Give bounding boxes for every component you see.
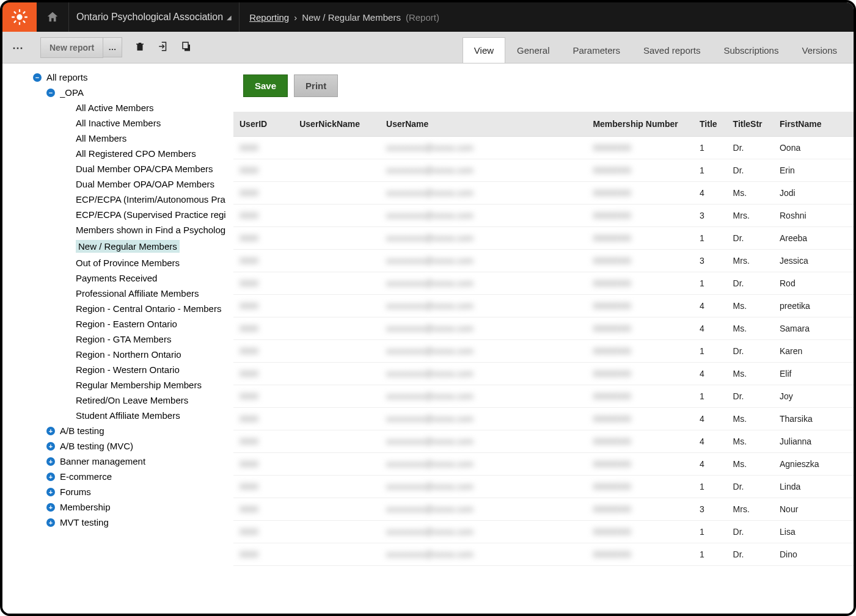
tree-item[interactable]: Dual Member OPA/OAP Members — [27, 176, 233, 192]
tree-item[interactable]: All Members — [27, 131, 233, 146]
tab-general[interactable]: General — [505, 37, 561, 63]
copy-icon[interactable] — [181, 41, 192, 54]
table-cell — [293, 159, 380, 182]
table-cell: 00000000 — [587, 272, 693, 295]
tree-folder[interactable]: +A/B testing (MVC) — [27, 438, 233, 454]
tree-folder-opa[interactable]: − _OPA — [27, 85, 233, 100]
table-row[interactable]: 0000xxxxxxxxx@xxxxx.com000000001Dr.Joy — [233, 385, 854, 408]
tree-item[interactable]: Members shown in Find a Psycholog — [27, 222, 233, 237]
table-row[interactable]: 0000xxxxxxxxx@xxxxx.com000000004Ms.preet… — [233, 295, 854, 317]
new-report-button[interactable]: New report — [40, 37, 103, 58]
tree-folder[interactable]: +Forums — [27, 484, 233, 499]
tree-item[interactable]: Professional Affiliate Members — [27, 286, 233, 301]
table-row[interactable]: 0000xxxxxxxxx@xxxxx.com000000001Dr.Erin — [233, 159, 854, 182]
table-row[interactable]: 0000xxxxxxxxx@xxxxx.com000000001Dr.Karen — [233, 340, 854, 363]
tree-item[interactable]: Retired/On Leave Members — [27, 393, 233, 408]
table-cell: 0000 — [233, 498, 293, 521]
table-cell: 00000000 — [587, 182, 693, 205]
collapse-icon[interactable]: − — [33, 73, 42, 82]
table-row[interactable]: 0000xxxxxxxxx@xxxxx.com000000004Ms.Julia… — [233, 430, 854, 453]
expand-icon[interactable]: + — [46, 518, 55, 527]
tree-root[interactable]: − All reports — [27, 70, 233, 85]
column-header[interactable]: TitleStr — [727, 112, 774, 137]
table-cell: xxxxxxxxx@xxxxx.com — [380, 340, 587, 363]
home-icon[interactable] — [37, 2, 68, 32]
tab-parameters[interactable]: Parameters — [561, 37, 632, 63]
site-switcher[interactable]: Ontario Psychological Association ◢ — [68, 2, 239, 32]
tree-item[interactable]: Regular Membership Members — [27, 377, 233, 393]
table-row[interactable]: 0000xxxxxxxxx@xxxxx.com000000001Dr.Lisa — [233, 521, 854, 543]
table-cell: Erin — [774, 159, 854, 182]
table-row[interactable]: 0000xxxxxxxxx@xxxxx.com000000001Dr.Areeb… — [233, 227, 854, 250]
tree-folder[interactable]: +Membership — [27, 499, 233, 515]
expand-icon[interactable]: + — [46, 473, 55, 481]
table-row[interactable]: 0000xxxxxxxxx@xxxxx.com000000004Ms.Elif — [233, 363, 854, 385]
tree-folder-label: A/B testing (MVC) — [60, 441, 133, 451]
chevron-right-icon: › — [294, 12, 297, 23]
new-report-context-button[interactable]: … — [103, 37, 122, 57]
tree-item[interactable]: All Registered CPO Members — [27, 146, 233, 161]
table-row[interactable]: 0000xxxxxxxxx@xxxxx.com000000001Dr.Linda — [233, 476, 854, 498]
column-header[interactable]: FirstName — [774, 112, 854, 137]
tree-item[interactable]: ECP/ECPA (Supervised Practice regi — [27, 207, 233, 222]
table-cell: xxxxxxxxx@xxxxx.com — [380, 385, 587, 408]
tree-item[interactable]: New / Regular Members — [27, 237, 233, 255]
app-logo[interactable] — [2, 2, 37, 32]
tree-item-label: All Registered CPO Members — [76, 148, 196, 159]
tree-folder[interactable]: +Banner management — [27, 454, 233, 469]
tree-folder[interactable]: +MVT testing — [27, 515, 233, 530]
breadcrumb-root[interactable]: Reporting — [249, 12, 289, 23]
tree-item[interactable]: Out of Province Members — [27, 255, 233, 270]
tree-item[interactable]: Dual Member OPA/CPA Members — [27, 161, 233, 176]
expand-icon[interactable]: + — [46, 427, 55, 435]
collapse-icon[interactable]: − — [46, 89, 55, 97]
expand-icon[interactable]: + — [46, 457, 55, 466]
table-row[interactable]: 0000xxxxxxxxx@xxxxx.com000000001Dr.Dino — [233, 543, 854, 566]
print-button[interactable]: Print — [294, 74, 338, 97]
expand-icon[interactable]: + — [46, 488, 55, 496]
table-row[interactable]: 0000xxxxxxxxx@xxxxx.com000000003Mrs.Nour — [233, 498, 854, 521]
tree-folder-label: A/B testing — [60, 426, 104, 436]
tree-item[interactable]: All Inactive Members — [27, 115, 233, 131]
tree-item[interactable]: Region - Western Ontario — [27, 362, 233, 377]
table-cell: 4 — [693, 182, 727, 205]
tree-item[interactable]: Region - Eastern Ontario — [27, 316, 233, 332]
breadcrumb-current: New / Regular Members — [302, 12, 401, 23]
column-header[interactable]: UserNickName — [293, 112, 380, 137]
expand-icon[interactable]: + — [46, 503, 55, 512]
table-row[interactable]: 0000xxxxxxxxx@xxxxx.com000000004Ms.Samar… — [233, 317, 854, 340]
table-row[interactable]: 0000xxxxxxxxx@xxxxx.com000000004Ms.Agnie… — [233, 453, 854, 476]
delete-icon[interactable] — [134, 41, 145, 54]
table-row[interactable]: 0000xxxxxxxxx@xxxxx.com000000003Mrs.Rosh… — [233, 205, 854, 227]
column-header[interactable]: UserName — [380, 112, 587, 137]
tree-item[interactable]: Region - GTA Members — [27, 332, 233, 347]
tree-item-label: Dual Member OPA/OAP Members — [76, 179, 214, 189]
app-menu-icon[interactable]: ⋯ — [7, 32, 28, 63]
column-header[interactable]: Membership Number — [587, 112, 693, 137]
table-row[interactable]: 0000xxxxxxxxx@xxxxx.com000000001Dr.Oona — [233, 137, 854, 159]
table-row[interactable]: 0000xxxxxxxxx@xxxxx.com000000001Dr.Rod — [233, 272, 854, 295]
tree-item[interactable]: ECP/ECPA (Interim/Autonomous Pra — [27, 192, 233, 207]
table-cell — [293, 340, 380, 363]
tree-item[interactable]: All Active Members — [27, 100, 233, 115]
tree-folder[interactable]: +E-commerce — [27, 469, 233, 484]
tree-item[interactable]: Payments Received — [27, 270, 233, 286]
column-header[interactable]: UserID — [233, 112, 293, 137]
column-header[interactable]: Title — [693, 112, 727, 137]
tab-view[interactable]: View — [463, 37, 505, 63]
tree-item[interactable]: Region - Northern Ontario — [27, 347, 233, 362]
tree-item[interactable]: Student Affiliate Members — [27, 408, 233, 423]
save-button[interactable]: Save — [243, 74, 288, 97]
export-icon[interactable] — [158, 41, 169, 54]
tree-item[interactable]: Region - Central Ontario - Members — [27, 301, 233, 316]
table-row[interactable]: 0000xxxxxxxxx@xxxxx.com000000003Mrs.Jess… — [233, 250, 854, 272]
table-cell — [293, 317, 380, 340]
tree-folder-label: Membership — [60, 502, 111, 512]
tab-saved-reports[interactable]: Saved reports — [632, 37, 712, 63]
tab-versions[interactable]: Versions — [790, 37, 849, 63]
tab-subscriptions[interactable]: Subscriptions — [712, 37, 790, 63]
table-row[interactable]: 0000xxxxxxxxx@xxxxx.com000000004Ms.Thars… — [233, 408, 854, 430]
expand-icon[interactable]: + — [46, 442, 55, 451]
table-row[interactable]: 0000xxxxxxxxx@xxxxx.com000000004Ms.Jodi — [233, 182, 854, 205]
tree-folder[interactable]: +A/B testing — [27, 423, 233, 438]
